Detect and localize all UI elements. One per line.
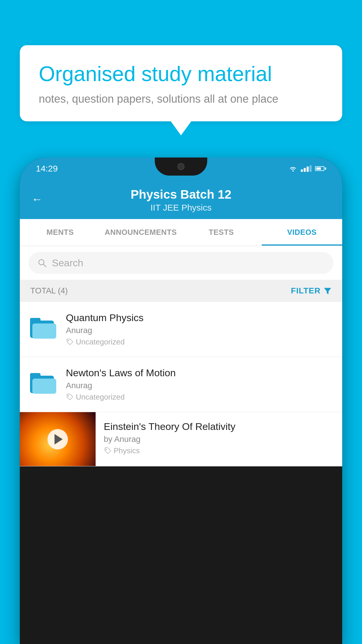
tag-icon [66, 338, 73, 346]
folder-icon [30, 372, 56, 395]
search-input[interactable]: Search [52, 257, 83, 269]
app-header: ← Physics Batch 12 IIT JEE Physics [20, 179, 342, 219]
filter-bar: TOTAL (4) FILTER [20, 280, 342, 302]
video-author: Anurag [66, 381, 333, 390]
header-title: Physics Batch 12 [31, 188, 331, 202]
tabs-container: MENTS ANNOUNCEMENTS TESTS VIDEOS [20, 219, 342, 246]
folder-icon-container [29, 369, 58, 398]
tag-icon [104, 447, 111, 455]
tab-videos[interactable]: VIDEOS [262, 219, 342, 246]
filter-button[interactable]: FILTER [291, 286, 332, 295]
signal-icon [301, 165, 312, 172]
folder-icon [30, 316, 56, 340]
speech-bubble-subtitle: notes, question papers, solutions all at… [39, 93, 323, 105]
folder-icon-container [29, 314, 58, 343]
battery-icon [315, 166, 326, 171]
speech-bubble: Organised study material notes, question… [20, 45, 342, 121]
play-button[interactable] [48, 429, 68, 449]
video-tag: Physics [104, 446, 336, 455]
video-title: Newton's Laws of Motion [66, 367, 333, 379]
video-info: Quantum Physics Anurag Uncategorized [66, 312, 333, 346]
video-info: Newton's Laws of Motion Anurag Uncategor… [66, 367, 333, 402]
filter-icon [324, 287, 332, 295]
wifi-icon [289, 165, 297, 172]
status-bar: 14:29 [20, 158, 342, 179]
speech-bubble-container: Organised study material notes, question… [20, 45, 342, 121]
speech-bubble-title: Organised study material [39, 61, 323, 86]
tag-icon [66, 393, 73, 401]
svg-point-7 [68, 340, 69, 341]
search-container: Search [20, 246, 342, 280]
status-time: 14:29 [36, 164, 58, 174]
svg-marker-3 [324, 288, 331, 294]
video-tag: Uncategorized [66, 337, 333, 346]
status-icons [289, 165, 326, 172]
video-tag: Uncategorized [66, 393, 333, 402]
video-title: Einstein's Theory Of Relativity [104, 421, 336, 432]
phone-frame: 14:29 [20, 158, 342, 644]
video-thumbnail [20, 412, 96, 466]
search-icon [37, 258, 47, 268]
video-author: by Anurag [104, 435, 336, 444]
search-input-wrapper[interactable]: Search [29, 252, 333, 274]
svg-point-12 [106, 449, 107, 450]
list-item[interactable]: Quantum Physics Anurag Uncategorized [20, 302, 342, 357]
tab-ments[interactable]: MENTS [20, 219, 101, 246]
back-button[interactable]: ← [31, 193, 43, 206]
svg-point-11 [68, 395, 69, 396]
tab-announcements[interactable]: ANNOUNCEMENTS [101, 219, 181, 246]
list-item[interactable]: Einstein's Theory Of Relativity by Anura… [20, 412, 342, 466]
video-author: Anurag [66, 326, 333, 335]
folder-svg [30, 372, 56, 395]
notch [155, 158, 207, 176]
play-triangle-icon [55, 434, 63, 444]
svg-rect-6 [32, 323, 56, 339]
folder-svg [30, 316, 56, 340]
tab-tests[interactable]: TESTS [181, 219, 262, 246]
list-item[interactable]: Newton's Laws of Motion Anurag Uncategor… [20, 357, 342, 412]
svg-rect-5 [30, 318, 41, 323]
svg-line-2 [43, 264, 46, 267]
total-count: TOTAL (4) [30, 286, 68, 295]
header-subtitle: IIT JEE Physics [31, 203, 331, 213]
video-info: Einstein's Theory Of Relativity by Anura… [96, 412, 342, 464]
svg-rect-10 [32, 379, 56, 394]
svg-rect-9 [30, 373, 41, 378]
video-list: Quantum Physics Anurag Uncategorized [20, 302, 342, 466]
svg-point-0 [292, 170, 294, 172]
video-title: Quantum Physics [66, 312, 333, 323]
camera [178, 163, 184, 170]
